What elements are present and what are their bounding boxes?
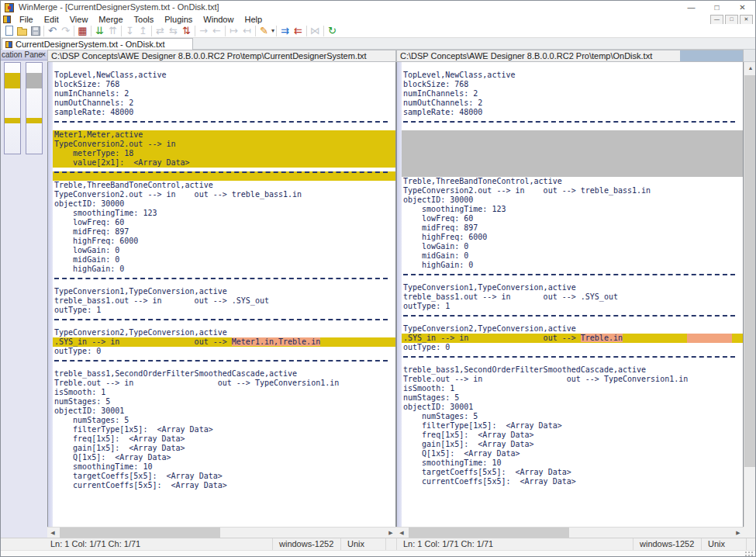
refresh-button[interactable]: ↻ [326,25,339,37]
save-button[interactable] [29,25,42,37]
code-line: Treble,ThreeBandToneControl,active [402,177,743,186]
vertical-scrollbar[interactable]: ▲ ▼ [744,62,756,538]
code-line: midGain: 0 [53,255,395,265]
vscroll-thumb[interactable] [744,75,756,467]
file-filter-button[interactable]: ▦ [76,25,89,37]
location-diff-mark [26,118,42,123]
toolbar-separator [121,26,122,36]
code-line: smoothingTime: 123 [53,209,395,218]
skip-right-button[interactable]: ⇄ [154,25,167,37]
code-line: gain[1x5]: <Array Data> [53,444,395,453]
all-right-icon: ⇉ [281,25,289,37]
last-difference-button[interactable]: ↥ [136,25,150,37]
copy-left-button[interactable]: ← [210,25,223,37]
code-line: numOutChannels: 2 [402,99,743,108]
copy-right-advance-icon: ↦ [230,25,238,37]
right-horizontal-scrollbar[interactable]: ◀ ▶ [396,527,744,538]
tab-file-icon [5,41,12,48]
skip-left-button[interactable]: ⇆ [167,25,180,37]
menu-window[interactable]: Window [198,15,239,24]
menu-plugins[interactable]: Plugins [159,15,198,24]
code-line: blockSize: 768 [53,80,395,89]
code-line: freq[1x5]: <Array Data> [402,431,743,440]
menu-tools[interactable]: Tools [129,15,160,24]
menu-file[interactable]: File [14,15,39,24]
code-line: treble_bass1,SecondOrderFilterSmoothedCa… [53,369,395,379]
auto-merge-button[interactable]: ✎ [257,25,271,37]
separator-line [53,121,395,130]
code-line: Treble,ThreeBandToneControl,active [53,181,395,190]
code-line: gain[1x5]: <Array Data> [402,440,743,449]
header-corner [744,50,756,62]
scroll-up-icon[interactable]: ▲ [744,62,756,74]
code-line: numInChannels: 2 [53,89,395,99]
menu-edit[interactable]: Edit [39,15,64,24]
separator-line [53,171,395,181]
current-difference-button[interactable]: ⇅ [180,25,193,37]
previous-difference-button[interactable]: ⇈ [106,25,119,37]
toolbar-separator [151,26,152,36]
toolbar: ↶↷▦⇊⇈↧↥⇄⇆⇅→←↦↤✎▾⇉⇇⋈↻ [1,24,755,38]
code-line: TypeConversion1,TypeConversion,active [53,287,395,296]
code-line: numStages: 5 [402,412,743,421]
left-editor[interactable]: TopLevel,NewClass,activeblockSize: 768nu… [47,62,396,527]
toolbar-separator [91,26,91,36]
left-hscroll-thumb[interactable] [60,528,220,538]
auto-merge-dropdown-icon[interactable]: ▾ [271,27,274,34]
toolbar-separator [74,26,74,36]
open-button[interactable] [16,25,29,37]
right-editor[interactable]: TopLevel,NewClass,activeblockSize: 768nu… [396,62,744,527]
code-line: .SYS_in --> in out --> Meter1.in,Treble.… [53,337,395,347]
location-pane-title: cation Pane [1,50,43,59]
separator-line [402,274,743,283]
next-difference-icon: ⇊ [95,25,104,37]
refresh-icon: ↻ [328,25,337,37]
scroll-left-icon[interactable]: ◀ [47,528,58,538]
all-left-button[interactable]: ⇇ [292,25,305,37]
close-icon[interactable]: ✕ [730,1,755,15]
menu-view[interactable]: View [64,15,94,24]
location-pane-close-icon[interactable]: × [41,50,46,60]
redo-button[interactable]: ↷ [59,25,72,37]
maximize-icon[interactable]: □ [704,1,730,15]
location-bar-left[interactable] [4,62,21,154]
code-line: midFreq: 897 [53,227,395,237]
scrollbar-corner [744,527,756,538]
code-line: isSmooth: 1 [53,388,395,397]
menu-merge[interactable]: Merge [93,15,128,24]
first-difference-button[interactable]: ↧ [123,25,136,37]
left-horizontal-scrollbar[interactable]: ◀ ▶ [47,527,396,538]
toolbar-separator [225,26,226,36]
minimize-icon[interactable]: — [678,1,704,15]
copy-left-advance-icon: ↤ [243,25,251,37]
location-diff-mark [26,73,42,88]
swap-panes-button[interactable]: ⋈ [309,25,322,37]
left-file-header: C:\DSP Concepts\AWE Designer 8.B.0.0.RC2… [47,50,396,62]
copy-left-advance-button[interactable]: ↤ [240,25,254,37]
code-line: treble_bass1.out --> in out --> .SYS_out [402,292,743,302]
copy-right-button[interactable]: → [197,25,210,37]
code-line: Q[1x5]: <Array Data> [402,449,743,458]
location-bar-right[interactable] [26,62,43,154]
right-hscroll-thumb[interactable] [409,528,569,538]
scroll-right-icon[interactable]: ▶ [733,528,744,538]
menu-help[interactable]: Help [239,15,268,24]
location-diff-mark [5,73,20,88]
code-line: highGain: 0 [402,261,743,270]
scroll-left-icon[interactable]: ◀ [396,528,407,538]
all-right-button[interactable]: ⇉ [278,25,292,37]
code-line: treble_bass1.out --> in out --> .SYS_out [53,296,395,306]
code-line: sampleRate: 48000 [402,108,743,117]
undo-button[interactable]: ↶ [46,25,59,37]
code-line: currentCoeffs[5x5]: <Array Data> [53,481,395,490]
new-file-button[interactable] [2,25,16,37]
code-line: Meter1,Meter,active [53,130,395,140]
header-active-indicator [680,50,743,61]
scroll-right-icon[interactable]: ▶ [385,528,396,538]
code-line: numInChannels: 2 [402,89,743,99]
next-difference-button[interactable]: ⇊ [93,25,106,37]
code-line: TypeConversion1,TypeConversion,active [402,283,743,292]
copy-right-advance-button[interactable]: ↦ [227,25,240,37]
tab-comparison[interactable]: CurrentDesignerSystem.txt - OnDisk.txt [2,38,193,50]
code-line: lowFreq: 60 [53,218,395,227]
